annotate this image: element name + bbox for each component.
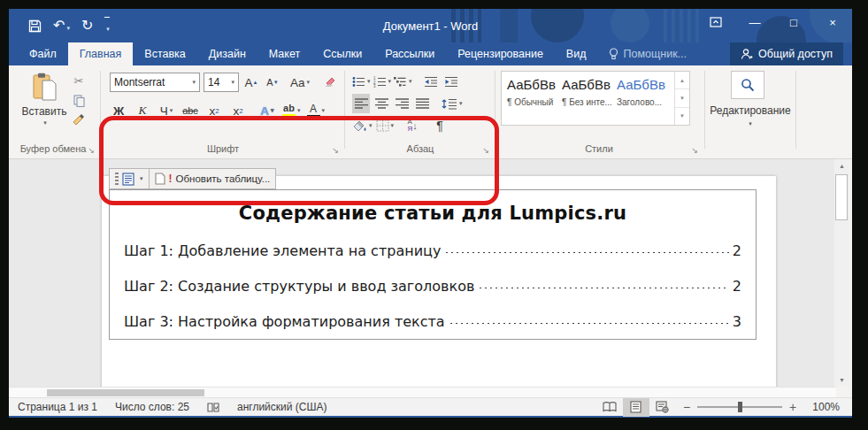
- save-icon[interactable]: [28, 19, 42, 33]
- toc-entry[interactable]: Шаг 1: Добавление элемента на страницу 2: [124, 242, 741, 259]
- paste-button[interactable]: Вставить ▾: [21, 73, 67, 138]
- grow-font-button[interactable]: A▲: [242, 73, 260, 92]
- shading-icon[interactable]: ▾: [352, 116, 373, 135]
- sort-icon[interactable]: АЯ↓: [403, 116, 421, 135]
- print-layout-icon[interactable]: [623, 398, 649, 417]
- line-spacing-icon[interactable]: ▾: [442, 94, 463, 113]
- align-center-icon[interactable]: [373, 94, 390, 113]
- highlight-color-swatch: [282, 114, 296, 118]
- style-heading1[interactable]: АаБбВв Заголово...: [611, 72, 666, 125]
- tab-view[interactable]: Вид: [555, 42, 598, 65]
- font-color-button[interactable]: А▾: [307, 101, 326, 120]
- document-area: ▾ ! Обновить таблицу... Содержание стать…: [9, 159, 836, 387]
- share-button[interactable]: Общий доступ: [730, 42, 843, 65]
- subscript-button[interactable]: x2: [205, 101, 223, 120]
- justify-icon[interactable]: [413, 94, 431, 113]
- close-button[interactable]: ×: [813, 9, 852, 35]
- toc-frame[interactable]: Содержание статьи для Lumpics.ru Шаг 1: …: [109, 189, 757, 340]
- toc-entry[interactable]: Шаг 2: Создание структуры и ввод заголов…: [124, 278, 741, 295]
- styles-dialog-launcher[interactable]: ↘: [691, 146, 698, 155]
- cut-icon[interactable]: ✂: [74, 74, 84, 88]
- font-dialog-launcher[interactable]: ↘: [332, 146, 339, 155]
- toc-field-selector[interactable]: ▾: [109, 168, 150, 189]
- vertical-scrollbar[interactable]: ▲ ▼: [834, 159, 849, 387]
- tab-references[interactable]: Ссылки: [311, 42, 373, 65]
- dot-leader: [478, 286, 728, 289]
- redo-icon[interactable]: ↻: [81, 18, 93, 34]
- multilevel-list-icon[interactable]: ▾: [394, 72, 412, 91]
- zoom-in-icon[interactable]: +: [789, 400, 796, 414]
- page-indicator[interactable]: Страница 1 из 1: [9, 401, 106, 413]
- style-no-spacing[interactable]: АаБбВв ¶ Без инте...: [557, 72, 611, 125]
- maximize-button[interactable]: □: [774, 9, 813, 35]
- word-count[interactable]: Число слов: 25: [106, 401, 198, 413]
- italic-button[interactable]: К: [134, 101, 151, 120]
- font-group-label: Шрифт: [104, 143, 342, 154]
- tab-review[interactable]: Рецензирование: [446, 42, 555, 65]
- editing-dropdown-icon[interactable]: ▾: [708, 120, 793, 127]
- text-effects-button[interactable]: А▾: [258, 101, 276, 120]
- status-bar: Страница 1 из 1 Число слов: 25 английски…: [9, 397, 852, 418]
- tab-layout[interactable]: Макет: [257, 42, 311, 65]
- styles-more-icon[interactable]: ▼: [675, 108, 689, 125]
- increase-indent-icon[interactable]: [442, 72, 460, 91]
- zoom-out-icon[interactable]: −: [683, 400, 690, 414]
- search-icon: [741, 78, 755, 92]
- paragraph-dialog-launcher[interactable]: ↘: [482, 146, 489, 155]
- zoom-slider-thumb[interactable]: [738, 402, 742, 412]
- show-marks-button[interactable]: ¶: [431, 116, 449, 135]
- editing-group-label: Редактирование: [708, 104, 793, 117]
- change-case-button[interactable]: Aa▾: [290, 73, 310, 92]
- find-button[interactable]: [731, 71, 764, 99]
- style-normal[interactable]: АаБбВв ¶ Обычный: [502, 72, 557, 125]
- ribbon-display-options-icon[interactable]: [696, 9, 735, 35]
- document-page[interactable]: ▾ ! Обновить таблицу... Содержание стать…: [102, 176, 776, 387]
- clipboard-group: Вставить ▾ ✂ Буфер обмена ↘: [9, 65, 97, 158]
- toc-entry[interactable]: Шаг 3: Настройка форматирования текста 3: [124, 313, 741, 330]
- proofing-icon[interactable]: [198, 402, 228, 413]
- font-size-combo[interactable]: 14▾: [204, 73, 239, 92]
- text-highlight-button[interactable]: ab▾: [282, 101, 301, 120]
- font-name-combo[interactable]: Montserrat▾: [110, 73, 200, 92]
- align-right-icon[interactable]: [393, 94, 411, 113]
- zoom-level[interactable]: 100%: [803, 401, 852, 413]
- exclamation-icon: !: [169, 173, 173, 185]
- scroll-up-icon[interactable]: ▲: [834, 159, 849, 173]
- styles-scroll-down-icon[interactable]: ▼: [675, 89, 689, 107]
- hscrollbar-thumb[interactable]: [47, 389, 204, 396]
- superscript-button[interactable]: x2: [229, 101, 247, 120]
- minimize-button[interactable]: —: [735, 9, 774, 35]
- lightbulb-icon: [609, 48, 618, 60]
- underline-button[interactable]: Ч▾: [157, 101, 175, 120]
- bold-button[interactable]: Ж: [110, 101, 127, 120]
- update-table-button[interactable]: ! Обновить таблицу...: [150, 168, 277, 189]
- numbering-icon[interactable]: 123▾: [373, 72, 392, 91]
- read-mode-icon[interactable]: [596, 398, 623, 417]
- align-left-icon[interactable]: [352, 94, 370, 113]
- tab-assistant[interactable]: Помощник...: [597, 42, 698, 65]
- scroll-down-icon[interactable]: ▼: [834, 373, 849, 387]
- zoom-slider[interactable]: [697, 406, 782, 408]
- scrollbar-thumb[interactable]: [835, 174, 848, 220]
- strikethrough-button[interactable]: abc: [181, 101, 199, 120]
- web-layout-icon[interactable]: [649, 398, 676, 417]
- format-painter-icon[interactable]: [73, 114, 85, 126]
- styles-scroll-up-icon[interactable]: ▲: [675, 72, 689, 89]
- clipboard-dialog-launcher[interactable]: ↘: [88, 146, 95, 155]
- tab-file[interactable]: Файл: [18, 42, 68, 65]
- dot-leader: [449, 321, 729, 325]
- tab-design[interactable]: Дизайн: [197, 42, 257, 65]
- copy-icon[interactable]: [73, 95, 85, 107]
- clear-formatting-icon[interactable]: [320, 73, 338, 92]
- tab-mailings[interactable]: Рассылки: [373, 42, 446, 65]
- borders-icon[interactable]: ▾: [376, 116, 395, 135]
- undo-icon[interactable]: ↶▾: [53, 18, 70, 34]
- customize-qat-icon[interactable]: ▾: [104, 17, 110, 35]
- language-indicator[interactable]: английский (США): [228, 401, 335, 413]
- horizontal-scrollbar[interactable]: [9, 387, 836, 397]
- bullets-icon[interactable]: ▾: [352, 72, 371, 91]
- decrease-indent-icon[interactable]: [422, 72, 440, 91]
- shrink-font-button[interactable]: A▼: [264, 73, 281, 92]
- tab-insert[interactable]: Вставка: [133, 42, 196, 65]
- tab-home[interactable]: Главная: [68, 42, 134, 65]
